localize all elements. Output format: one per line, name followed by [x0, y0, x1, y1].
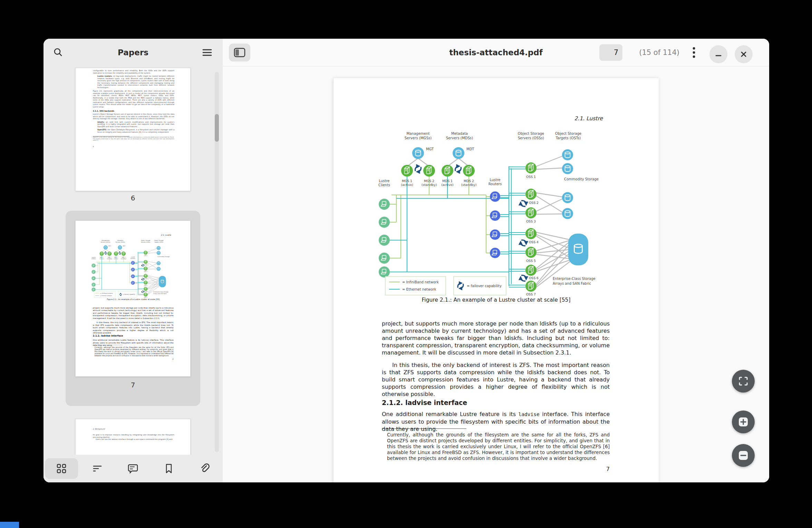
svg-text:MDS 2: MDS 2 — [464, 179, 474, 183]
fit-page-button[interactable] — [732, 370, 755, 393]
toolbar-cell — [115, 455, 151, 482]
svg-text:= failover capability: = failover capability — [467, 284, 502, 288]
svg-text:Management: Management — [102, 240, 110, 241]
svg-text:(standby): (standby) — [121, 258, 126, 260]
bookmark-icon — [164, 463, 174, 474]
footnote-rule — [382, 428, 466, 429]
svg-text:Routers: Routers — [489, 182, 502, 186]
svg-text:(standby): (standby) — [107, 258, 112, 260]
figure-caption: Figure 2.1.: An example of a Lustre clus… — [334, 297, 659, 303]
svg-text:Targets (OSTs): Targets (OSTs) — [154, 242, 163, 243]
svg-text:(active): (active) — [401, 183, 413, 187]
document-view[interactable]: 2.1. Lustre — [223, 66, 769, 482]
thumbnail-page-8[interactable]: 2. Background Its goal is to improve res… — [75, 419, 191, 459]
close-button[interactable] — [735, 45, 753, 63]
section-heading: 2.1.2. ladvise interface — [93, 334, 123, 337]
toolbar-cell — [79, 455, 115, 482]
svg-text:Servers (MDSs): Servers (MDSs) — [446, 136, 473, 140]
sidebar-scrollbar-thumb[interactable] — [215, 114, 219, 142]
paperclip-icon — [199, 463, 210, 474]
svg-text:(active): (active) — [441, 183, 454, 187]
svg-text:Arrays and SAN Fabric: Arrays and SAN Fabric — [553, 282, 591, 285]
annotations-view-button[interactable] — [116, 458, 149, 479]
svg-text:Metadata: Metadata — [451, 132, 468, 135]
svg-text:= failover capability: = failover capability — [123, 294, 135, 295]
svg-text:OSS 4: OSS 4 — [145, 278, 148, 280]
thumbnail-7-label: 7 — [66, 381, 200, 389]
outline-list-icon — [92, 463, 103, 474]
svg-text:Metadata: Metadata — [117, 240, 123, 241]
main-header: thesis-attached4.pdf (15 of 114) — [223, 39, 769, 66]
bookmarks-view-button[interactable] — [152, 458, 185, 479]
close-icon — [741, 51, 747, 57]
outline-view-button[interactable] — [81, 458, 114, 479]
svg-text:(standby): (standby) — [461, 183, 477, 187]
page-number-input[interactable] — [599, 44, 622, 61]
thumbnail-page-6[interactable]: configurable to tune performance and rel… — [75, 68, 191, 191]
svg-text:Enterprise-Class Storage: Enterprise-Class Storage — [153, 291, 168, 293]
page-number: 7 — [93, 358, 174, 361]
kebab-menu-icon — [692, 47, 696, 58]
thumb6-bullet-2: ldiskfs: an ext4 fork with custom modifi… — [97, 121, 174, 128]
thumb6-top-para: configurable to tune performance and rel… — [93, 69, 174, 74]
footnote: Currently, although the grounds of the f… — [387, 432, 610, 461]
thumbnail-7-mini: 2.1. Lustre — [76, 221, 191, 377]
svg-text:= Ethernet network: = Ethernet network — [100, 295, 113, 296]
thumb6-heading: 2.1.1. OSS backends — [93, 110, 174, 112]
thumbnails-view-button[interactable] — [45, 458, 78, 479]
svg-text:Arrays and SAN Fabric: Arrays and SAN Fabric — [153, 293, 167, 294]
paragraph-2: In this thesis, the only backend of inte… — [93, 321, 174, 334]
svg-text:(active): (active) — [114, 258, 118, 260]
svg-text:Commodity Storage: Commodity Storage — [157, 256, 170, 257]
svg-text:Servers (MDSs): Servers (MDSs) — [116, 242, 125, 243]
thumbnails-grid-icon — [56, 463, 67, 474]
svg-text:Object Storage: Object Storage — [518, 132, 544, 135]
svg-text:Clients: Clients — [91, 258, 96, 260]
svg-text:OSS 5: OSS 5 — [144, 285, 147, 286]
attachments-view-button[interactable] — [188, 458, 221, 479]
desktop: Papers configurable to tune performance … — [0, 0, 812, 528]
svg-text:OSS 7: OSS 7 — [144, 297, 147, 298]
svg-text:OSS 6: OSS 6 — [145, 291, 148, 292]
pdf-page-content: 2.1. Lustre — [334, 78, 659, 482]
svg-text:OSS 3: OSS 3 — [526, 219, 536, 223]
zoom-in-button[interactable] — [732, 411, 755, 433]
thumb6-page-number: 6 — [93, 146, 174, 148]
minimize-button[interactable] — [709, 45, 727, 63]
svg-text:MGS 1: MGS 1 — [402, 179, 412, 183]
fit-page-icon — [738, 376, 748, 386]
pdf-page-content: 2.1. Lustre — [76, 221, 191, 377]
svg-text:Targets (OSTs): Targets (OSTs) — [555, 136, 581, 140]
svg-text:MGT: MGT — [108, 245, 112, 247]
toolbar-cell — [187, 455, 223, 482]
svg-text:Management: Management — [406, 132, 429, 135]
svg-text:MGT: MGT — [426, 147, 434, 151]
thumbnail-6-label: 6 — [75, 194, 191, 202]
svg-text:OSS 7: OSS 7 — [526, 292, 536, 296]
svg-text:= Ethernet network: = Ethernet network — [402, 287, 436, 291]
zoom-out-icon — [738, 450, 748, 461]
svg-text:Servers (MGSs): Servers (MGSs) — [405, 136, 432, 140]
pdf-page: 2.1. Lustre — [333, 78, 658, 482]
svg-text:= InfiniBand network: = InfiniBand network — [100, 293, 113, 294]
lustre-cluster-diagram: Management Servers (MGSs) Metadata Serve… — [375, 130, 603, 296]
page-number: 7 — [382, 466, 610, 472]
paragraph-1: project, but supports much more storage … — [93, 307, 174, 319]
figure-caption: Figure 2.1.: An example of a Lustre clus… — [76, 298, 191, 300]
svg-text:Object Storage: Object Storage — [154, 240, 164, 241]
svg-text:(standby): (standby) — [422, 183, 437, 187]
figure-2-1-diagram: Management Servers (MGSs) Metadata Serve… — [90, 239, 171, 298]
svg-text:Lustre: Lustre — [490, 178, 501, 182]
zoom-out-button[interactable] — [732, 444, 755, 467]
running-header: 2.1. Lustre — [574, 115, 603, 122]
main-menu-button[interactable] — [198, 44, 216, 62]
svg-text:MDS 1: MDS 1 — [442, 179, 453, 183]
svg-text:OSS 1: OSS 1 — [526, 175, 536, 179]
zoom-in-icon — [738, 417, 748, 427]
hamburger-icon — [202, 48, 212, 57]
window-menu-button[interactable] — [685, 44, 703, 62]
thumbnail-page-7[interactable]: 2.1. Lustre — [75, 220, 191, 377]
svg-text:OSS 2: OSS 2 — [145, 264, 148, 266]
sidebar-toolbar — [44, 455, 223, 482]
svg-text:MGS 2: MGS 2 — [424, 179, 434, 183]
